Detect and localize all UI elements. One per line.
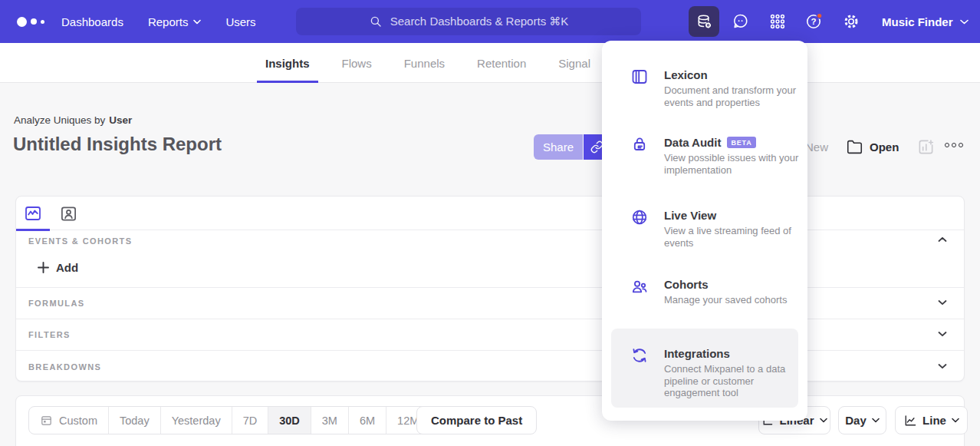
menu-item-description: View a live streaming feed of events bbox=[664, 225, 799, 249]
compare-to-past-button[interactable]: Compare to Past bbox=[416, 406, 537, 434]
implementation-dropdown-menu: Lexicon Document and transform your even… bbox=[602, 41, 807, 421]
breakdowns-section-row[interactable]: BREAKDOWNS bbox=[16, 350, 964, 382]
formulas-section-row[interactable]: FORMULAS bbox=[16, 287, 964, 319]
menu-item-description: Document and transform your events and p… bbox=[664, 84, 799, 108]
new-report-button[interactable]: New bbox=[805, 134, 828, 160]
plus-icon bbox=[38, 262, 49, 273]
range-label: Yesterday bbox=[172, 415, 221, 427]
project-name: Music Finder bbox=[882, 15, 953, 28]
menu-item-title: Data Audit bbox=[664, 136, 721, 149]
database-gear-icon bbox=[696, 13, 713, 31]
chevron-down-icon bbox=[820, 418, 827, 423]
svg-text:?: ? bbox=[811, 17, 816, 26]
interval-select-button[interactable]: Day bbox=[838, 406, 886, 434]
tab-retention[interactable]: Retention bbox=[461, 43, 542, 83]
nav-item-dashboards[interactable]: Dashboards bbox=[61, 15, 123, 28]
more-options-button[interactable] bbox=[945, 143, 963, 147]
report-subtitle: Analyze Uniques byUser bbox=[14, 114, 132, 126]
filters-section-row[interactable]: FILTERS bbox=[16, 319, 964, 350]
range-today[interactable]: Today bbox=[108, 407, 160, 434]
line-chart-icon bbox=[903, 414, 917, 428]
nav-item-users[interactable]: Users bbox=[225, 15, 255, 28]
feedback-button[interactable] bbox=[725, 6, 756, 37]
chart-toolbar-panel: Custom Today Yesterday 7D 30D 3M 6M 12M … bbox=[15, 395, 965, 446]
active-tab-underline bbox=[257, 81, 318, 83]
expand-filters-chevron-icon[interactable] bbox=[938, 331, 947, 337]
range-yesterday[interactable]: Yesterday bbox=[160, 407, 232, 434]
nav-item-reports[interactable]: Reports bbox=[148, 15, 202, 28]
range-label: Custom bbox=[59, 415, 97, 427]
nav-item-label: Dashboards bbox=[61, 15, 123, 28]
menu-item-description: View possible issues with your implement… bbox=[664, 152, 799, 176]
filters-section-label: FILTERS bbox=[28, 330, 71, 339]
range-6m[interactable]: 6M bbox=[348, 407, 386, 434]
tab-signal[interactable]: Signal bbox=[542, 43, 607, 83]
nav-item-label: Reports bbox=[148, 15, 189, 28]
pulse-chart-icon bbox=[24, 204, 42, 223]
tab-label: Signal bbox=[558, 57, 590, 70]
project-switcher[interactable]: Music Finder bbox=[882, 0, 968, 43]
lexicon-icon bbox=[630, 68, 649, 86]
apps-grid-icon bbox=[768, 12, 787, 31]
tab-user-profiles[interactable] bbox=[51, 197, 85, 230]
menu-item-description: Connect Mixpanel to a data pipeline or c… bbox=[664, 363, 799, 399]
search-icon bbox=[369, 15, 383, 28]
add-to-dashboard-button[interactable] bbox=[917, 134, 935, 160]
tab-label: Retention bbox=[477, 57, 526, 70]
cohorts-users-icon bbox=[630, 277, 649, 296]
implementation-menu-button[interactable] bbox=[689, 6, 719, 37]
tab-metrics-chart[interactable] bbox=[16, 197, 50, 230]
query-panel-tabs bbox=[16, 197, 964, 230]
tab-insights[interactable]: Insights bbox=[249, 43, 326, 83]
main-nav: Dashboards Reports Users bbox=[61, 0, 256, 43]
tab-funnels[interactable]: Funnels bbox=[388, 43, 461, 83]
open-report-button[interactable]: Open bbox=[847, 134, 899, 160]
help-icon: ? bbox=[804, 12, 824, 31]
range-custom[interactable]: Custom bbox=[29, 407, 108, 434]
share-button[interactable]: Share bbox=[534, 134, 583, 160]
range-3m[interactable]: 3M bbox=[311, 407, 348, 434]
range-7d[interactable]: 7D bbox=[232, 407, 268, 434]
range-label: 3M bbox=[322, 415, 337, 427]
menu-item-title: Cohorts bbox=[664, 278, 709, 291]
events-cohorts-section-label[interactable]: EVENTS & COHORTS bbox=[28, 236, 132, 246]
menu-item-title: Lexicon bbox=[664, 68, 708, 81]
help-button[interactable]: ? bbox=[799, 6, 830, 37]
data-audit-lock-icon bbox=[630, 135, 649, 154]
add-event-button[interactable]: Add bbox=[38, 261, 78, 274]
mixpanel-app: Dashboards Reports Users Search Dashboar… bbox=[0, 0, 980, 446]
chevron-down-icon bbox=[872, 418, 880, 423]
breakdowns-section-label: BREAKDOWNS bbox=[28, 362, 101, 372]
report-type-nav: Insights Flows Funnels Retention Signal … bbox=[0, 43, 980, 83]
add-label: Add bbox=[56, 261, 78, 274]
subtitle-measure[interactable]: User bbox=[109, 114, 132, 126]
gear-icon bbox=[842, 12, 860, 31]
apps-grid-button[interactable] bbox=[762, 6, 793, 37]
chat-bubble-icon bbox=[732, 12, 750, 31]
tab-label: Insights bbox=[265, 57, 310, 70]
open-label: Open bbox=[870, 140, 899, 154]
top-navbar: Dashboards Reports Users Search Dashboar… bbox=[0, 0, 980, 43]
expand-formulas-chevron-icon[interactable] bbox=[938, 299, 947, 306]
range-label: 7D bbox=[243, 415, 258, 427]
chevron-down-icon bbox=[960, 19, 968, 25]
chevron-down-icon bbox=[952, 418, 959, 423]
expand-breakdowns-chevron-icon[interactable] bbox=[938, 363, 947, 369]
chevron-down-icon bbox=[193, 19, 201, 25]
query-builder-panel: EVENTS & COHORTS Add FORMULAS FILTERS BR… bbox=[15, 196, 965, 382]
interval-label: Day bbox=[845, 414, 867, 427]
mixpanel-logo[interactable] bbox=[17, 0, 44, 43]
menu-item-title: Integrations bbox=[664, 347, 730, 360]
beta-badge: BETA bbox=[727, 137, 755, 148]
range-30d[interactable]: 30D bbox=[268, 407, 311, 434]
search-input[interactable]: Search Dashboards & Reports ⌘K bbox=[296, 8, 641, 35]
collapse-events-chevron-icon[interactable] bbox=[938, 236, 947, 243]
subtitle-prefix: Analyze Uniques by bbox=[14, 114, 105, 126]
report-title[interactable]: Untitled Insights Report bbox=[13, 134, 222, 155]
settings-button[interactable] bbox=[836, 6, 867, 37]
chart-type-select-button[interactable]: Line bbox=[895, 406, 968, 434]
new-label: New bbox=[805, 140, 828, 154]
tab-label: Funnels bbox=[404, 57, 445, 70]
tab-flows[interactable]: Flows bbox=[326, 43, 388, 83]
menu-item-title: Live View bbox=[664, 209, 716, 222]
